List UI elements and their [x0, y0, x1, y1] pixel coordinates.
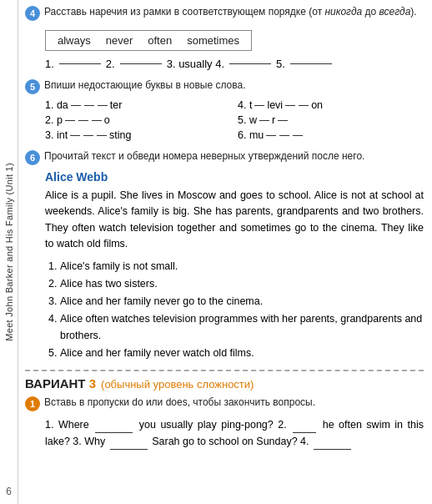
word-fill-6: 6. mu — [238, 129, 424, 141]
blank-2[interactable] — [120, 63, 162, 64]
word-always: always — [58, 34, 91, 47]
blank-5[interactable] — [290, 63, 332, 64]
sidebar-text: Meet John Barker and His Family (Unit 1) — [4, 163, 14, 341]
main-content: 4 Расставь наречия из рамки в соответств… — [18, 0, 432, 504]
task5-header: 5 Впиши недостающие буквы в новые слова. — [25, 78, 424, 94]
lb10[interactable] — [259, 120, 269, 121]
alice-text: Alice is a pupil. She lives in Moscow an… — [45, 188, 424, 253]
task4-fillline: 1. 2. 3. usually 4. 5. — [45, 58, 424, 70]
word-fill-4: 4. t levi on — [238, 99, 424, 111]
blank-v2[interactable] — [293, 432, 316, 433]
statement-3: Alice and her family never go to the cin… — [60, 293, 424, 310]
blank-1[interactable] — [59, 63, 101, 64]
lb9[interactable] — [92, 120, 102, 121]
lb11[interactable] — [278, 120, 288, 121]
blank-v3[interactable] — [110, 449, 148, 450]
word-often: often — [148, 34, 172, 47]
variant-section: ВАРИАНТ 3 (обычный уровень сложности) — [25, 370, 424, 391]
task4-number: 4 — [25, 6, 40, 21]
lb4[interactable] — [254, 105, 264, 106]
word-this: this — [408, 419, 424, 431]
task5-instruction: Впиши недостающие буквы в новые слова. — [44, 78, 245, 93]
blank-v4[interactable] — [314, 449, 351, 450]
lb15[interactable] — [266, 135, 276, 136]
lb5[interactable] — [285, 105, 295, 106]
lb6[interactable] — [299, 105, 309, 106]
lb2[interactable] — [84, 105, 94, 106]
vtask1-sentences: 1. Where you usually play ping-pong? 2. … — [45, 416, 424, 450]
vtask1-number: 1 — [25, 396, 40, 411]
lb1[interactable] — [71, 105, 81, 106]
task6-number: 6 — [25, 150, 40, 165]
task5-grid: 1. da ter 4. t levi on 2. p — [45, 99, 424, 141]
lb16[interactable] — [279, 135, 289, 136]
task6-instruction: Прочитай текст и обведи номера неверных … — [44, 149, 364, 164]
word-fill-1: 1. da ter — [45, 99, 231, 111]
lb17[interactable] — [293, 135, 303, 136]
variant-number: 3 — [89, 376, 96, 391]
statement-1: Alice's family is not small. — [60, 258, 424, 275]
task4-header: 4 Расставь наречия из рамки в соответств… — [25, 5, 424, 21]
task-5: 5 Впиши недостающие буквы в новые слова.… — [25, 78, 424, 141]
word-sometimes: sometimes — [187, 34, 239, 47]
task5-number: 5 — [25, 79, 40, 94]
variant-difficulty: (обычный уровень сложности) — [101, 378, 254, 391]
statement-4: Alice often watches television programme… — [60, 310, 424, 344]
word-usually: usually — [160, 419, 193, 431]
word-never: never — [106, 34, 133, 47]
lb13[interactable] — [83, 135, 93, 136]
task4-wordbox: always never often sometimes — [45, 30, 252, 51]
page-number: 6 — [6, 486, 12, 497]
statement-5: Alice and her family never watch old fil… — [60, 345, 424, 361]
vtask1-header: 1 Вставь в пропуски do или does, чтобы з… — [25, 396, 424, 411]
task4-instruction: Расставь наречия из рамки в соответствую… — [44, 5, 417, 19]
blank-v1[interactable] — [95, 432, 133, 433]
variant-label: ВАРИАНТ 3 — [25, 376, 96, 391]
alice-title: Alice Webb — [45, 170, 424, 184]
sidebar: Meet John Barker and His Family (Unit 1)… — [0, 0, 18, 504]
variant-task-1: 1 Вставь в пропуски do или does, чтобы з… — [25, 396, 424, 450]
word-fill-2: 2. p o — [45, 114, 231, 126]
statements-list: Alice's family is not small. Alice has t… — [45, 258, 424, 361]
vtask1-instruction: Вставь в пропуски do или does, чтобы зак… — [44, 396, 315, 410]
lb12[interactable] — [70, 135, 80, 136]
lb8[interactable] — [78, 120, 88, 121]
word-fill-3: 3. int sting — [45, 129, 231, 141]
task-4: 4 Расставь наречия из рамки в соответств… — [25, 5, 424, 70]
lb7[interactable] — [65, 120, 75, 121]
word-fill-5: 5. w r — [238, 114, 424, 126]
task-6: 6 Прочитай текст и обведи номера неверны… — [25, 149, 424, 361]
statement-2: Alice has two sisters. — [60, 275, 424, 292]
blank-4[interactable] — [229, 63, 271, 64]
lb14[interactable] — [97, 135, 107, 136]
lb3[interactable] — [98, 105, 108, 106]
task6-header: 6 Прочитай текст и обведи номера неверны… — [25, 149, 424, 165]
